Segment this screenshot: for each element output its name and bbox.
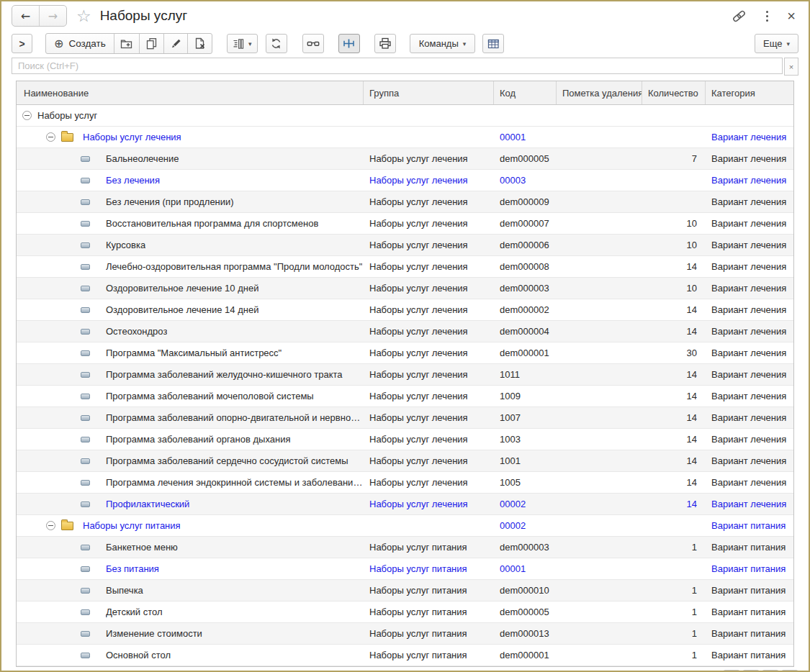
cell-name[interactable]: Курсовка xyxy=(17,235,364,255)
cell-category[interactable]: Вариант лечения xyxy=(706,256,793,277)
cell-code[interactable]: 1007 xyxy=(494,407,557,428)
table-row[interactable]: Наборы услуг питания00002Вариант питания xyxy=(17,515,793,537)
cell-name[interactable]: Восстановительная программа для спортсме… xyxy=(17,213,364,234)
cell-code[interactable]: 00002 xyxy=(494,515,557,536)
cell-name[interactable]: Программа заболеваний мочеполовой систем… xyxy=(17,386,364,407)
cell-code[interactable]: dem000003 xyxy=(494,278,557,299)
cell-group[interactable]: Наборы услуг лечения xyxy=(364,494,494,514)
cell-group[interactable]: Наборы услуг лечения xyxy=(364,342,494,363)
cell-group[interactable]: Наборы услуг лечения xyxy=(364,450,494,471)
cell-name[interactable]: Остеохондроз xyxy=(17,321,364,342)
cell-code[interactable]: dem000001 xyxy=(494,342,557,363)
cell-name[interactable]: Бальнеолечение xyxy=(17,148,364,169)
table-row[interactable]: Без лечения (при продлении)Наборы услуг … xyxy=(17,191,793,213)
cell-name[interactable]: Оздоровительное лечение 14 дней xyxy=(17,299,364,320)
table-row[interactable]: Изменение стоимостиНаборы услуг питанияd… xyxy=(17,623,793,645)
cell-code[interactable]: 00001 xyxy=(494,127,557,147)
cell-name[interactable]: Выпечка xyxy=(17,580,364,601)
cell-group[interactable]: Наборы услуг лечения xyxy=(364,429,494,450)
cell-quantity[interactable]: 14 xyxy=(642,364,706,385)
cell-category[interactable]: Вариант питания xyxy=(706,580,793,601)
commands-button[interactable]: Команды ▾ xyxy=(410,34,476,53)
find-button[interactable] xyxy=(302,34,324,53)
cell-deletion-mark[interactable] xyxy=(557,558,642,579)
cell-category[interactable]: Вариант лечения xyxy=(706,213,793,234)
cell-code[interactable]: dem000013 xyxy=(494,623,557,644)
column-header-1[interactable]: Наименование xyxy=(17,81,364,104)
cell-deletion-mark[interactable] xyxy=(557,299,642,320)
tree-collapse-icon[interactable] xyxy=(46,521,55,530)
cell-deletion-mark[interactable] xyxy=(557,601,642,622)
cell-name[interactable]: Лечебно-оздоровительная программа "Продл… xyxy=(17,256,364,277)
cell-category[interactable]: Вариант лечения xyxy=(706,235,793,255)
cell-category[interactable]: Вариант лечения xyxy=(706,386,793,407)
column-header-3[interactable]: Код xyxy=(494,81,557,104)
cell-deletion-mark[interactable] xyxy=(557,256,642,277)
interval-button[interactable] xyxy=(338,34,360,53)
expand-panel-button[interactable]: > xyxy=(12,34,32,53)
cell-category[interactable]: Вариант лечения xyxy=(706,429,793,450)
cell-name[interactable]: Программа заболеваний опорно-двигательно… xyxy=(17,407,364,428)
cell-code[interactable]: 00001 xyxy=(494,558,557,579)
cell-deletion-mark[interactable] xyxy=(557,342,642,363)
cell-group[interactable]: Наборы услуг лечения xyxy=(364,472,494,493)
cell-deletion-mark[interactable] xyxy=(557,645,642,666)
table-row[interactable]: Программа лечения эндокринной системы и … xyxy=(17,472,793,494)
cell-code[interactable]: dem000004 xyxy=(494,321,557,342)
cell-deletion-mark[interactable] xyxy=(557,537,642,558)
cell-quantity[interactable]: 7 xyxy=(642,148,706,169)
cell-deletion-mark[interactable] xyxy=(557,191,642,212)
table-row[interactable]: ПрофилактическийНаборы услуг лечения0000… xyxy=(17,494,793,515)
cell-deletion-mark[interactable] xyxy=(557,429,642,450)
cell-quantity[interactable] xyxy=(642,558,706,579)
table-row[interactable]: Без питанияНаборы услуг питания00001Вари… xyxy=(17,558,793,580)
cell-deletion-mark[interactable] xyxy=(557,127,642,147)
cell-category[interactable]: Вариант питания xyxy=(706,515,793,536)
cell-group[interactable]: Наборы услуг питания xyxy=(364,623,494,644)
edit-button[interactable] xyxy=(163,34,187,53)
cell-category[interactable]: Вариант питания xyxy=(706,601,793,622)
cell-group[interactable]: Наборы услуг лечения xyxy=(364,299,494,320)
cell-quantity[interactable]: 30 xyxy=(642,342,706,363)
tree-collapse-icon[interactable] xyxy=(46,132,55,142)
cell-category[interactable]: Вариант лечения xyxy=(706,342,793,363)
cell-group[interactable]: Наборы услуг лечения xyxy=(364,364,494,385)
cell-name[interactable]: Профилактический xyxy=(17,494,364,514)
cell-quantity[interactable]: 1 xyxy=(642,580,706,601)
cell-group[interactable]: Наборы услуг лечения xyxy=(364,213,494,234)
cell-quantity[interactable]: 14 xyxy=(642,472,706,493)
cell-category[interactable]: Вариант лечения xyxy=(706,299,793,320)
cell-code[interactable]: dem000005 xyxy=(494,601,557,622)
cell-quantity[interactable]: 14 xyxy=(642,386,706,407)
cell-code[interactable]: 1005 xyxy=(494,472,557,493)
cell-quantity[interactable]: 10 xyxy=(642,235,706,255)
cell-category[interactable]: Вариант лечения xyxy=(706,364,793,385)
cell-group[interactable]: Наборы услуг питания xyxy=(364,537,494,558)
table-row[interactable]: ВыпечкаНаборы услуг питанияdem0000101Вар… xyxy=(17,580,793,601)
cell-name[interactable]: Наборы услуг питания xyxy=(17,515,364,536)
cell-category[interactable]: Вариант лечения xyxy=(706,148,793,169)
table-row[interactable]: Основной столНаборы услуг питанияdem0000… xyxy=(17,645,793,666)
cell-name[interactable]: Программа "Максимальный антистресс" xyxy=(17,342,364,363)
cell-code[interactable]: dem000007 xyxy=(494,213,557,234)
cell-category[interactable]: Вариант питания xyxy=(706,623,793,644)
cell-name[interactable]: Программа заболеваний желудочно-кишечног… xyxy=(17,364,364,385)
cell-group[interactable] xyxy=(364,515,494,536)
cell-code[interactable]: 1009 xyxy=(494,386,557,407)
cell-deletion-mark[interactable] xyxy=(557,321,642,342)
cell-group[interactable] xyxy=(364,127,494,147)
print-button[interactable] xyxy=(374,34,396,53)
cell-group[interactable]: Наборы услуг лечения xyxy=(364,235,494,255)
cell-quantity[interactable] xyxy=(642,105,706,126)
cell-group[interactable]: Наборы услуг лечения xyxy=(364,386,494,407)
cell-category[interactable]: Вариант питания xyxy=(706,645,793,666)
cell-quantity[interactable]: 1 xyxy=(642,601,706,622)
cell-category[interactable]: Вариант лечения xyxy=(706,472,793,493)
cell-deletion-mark[interactable] xyxy=(557,105,642,126)
cell-group[interactable]: Наборы услуг питания xyxy=(364,580,494,601)
cell-group[interactable]: Наборы услуг лечения xyxy=(364,278,494,299)
search-input[interactable] xyxy=(12,58,783,74)
cell-category[interactable]: Вариант питания xyxy=(706,558,793,579)
cell-category[interactable]: Вариант лечения xyxy=(706,407,793,428)
table-settings-button[interactable] xyxy=(482,34,504,53)
